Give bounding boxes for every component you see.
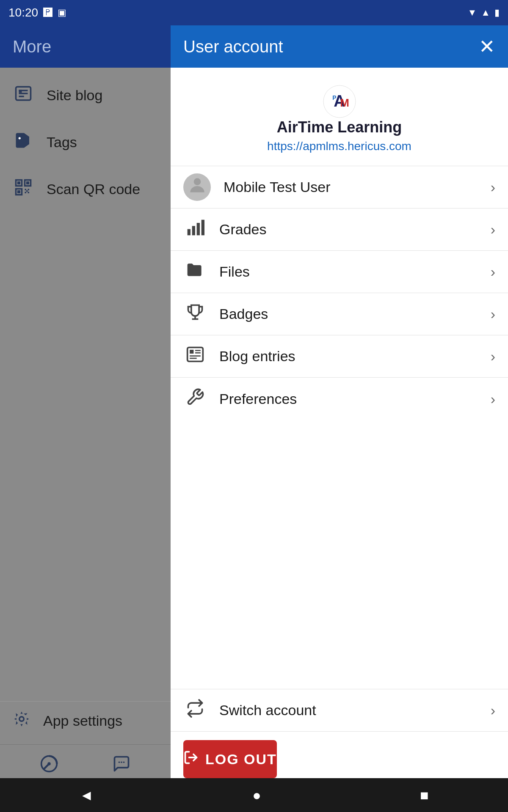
svg-rect-36 <box>190 350 193 354</box>
brand-section: A M P AirTime Learning https://apmlms.he… <box>171 68 508 166</box>
app-settings-label: App settings <box>43 713 122 729</box>
account-menu-list: Mobile Test User › Grades › <box>171 166 508 689</box>
more-title: More <box>13 37 51 56</box>
svg-rect-15 <box>28 192 30 194</box>
grades-chevron-icon: › <box>491 221 495 238</box>
blog-entries-label: Blog entries <box>219 348 478 365</box>
recent-button[interactable]: ■ <box>420 787 429 804</box>
user-profile-item[interactable]: Mobile Test User › <box>171 166 508 208</box>
blog-icon <box>183 345 207 368</box>
badges-chevron-icon: › <box>491 306 495 322</box>
svg-point-17 <box>19 717 24 721</box>
left-menu: Site blog Tags <box>0 68 171 701</box>
files-chevron-icon: › <box>491 263 495 280</box>
menu-item-tags[interactable]: Tags <box>0 119 171 166</box>
svg-rect-4 <box>19 90 22 93</box>
bottom-section: Switch account › LOG OUT <box>171 689 508 787</box>
app-settings-item[interactable]: App settings <box>0 701 171 744</box>
avatar-icon <box>187 175 208 200</box>
svg-rect-32 <box>201 220 204 236</box>
user-account-title: User account <box>183 37 283 56</box>
home-button[interactable]: ● <box>252 787 261 804</box>
files-item[interactable]: Files › <box>171 251 508 293</box>
close-button[interactable]: ✕ <box>479 35 495 58</box>
svg-text:P: P <box>332 94 336 101</box>
switch-account-label: Switch account <box>219 702 478 719</box>
svg-point-22 <box>121 762 122 763</box>
badges-item[interactable]: Badges › <box>171 293 508 335</box>
preferences-label: Preferences <box>219 391 478 407</box>
folder-icon <box>183 261 207 283</box>
left-header: More <box>0 25 171 68</box>
dashboard-icon[interactable] <box>40 754 58 777</box>
right-panel: User account ✕ A M P AirTime Learning ht… <box>171 25 508 787</box>
brand-url[interactable]: https://apmlms.hericus.com <box>267 140 411 153</box>
svg-point-20 <box>47 762 50 765</box>
menu-item-site-blog[interactable]: Site blog <box>0 72 171 119</box>
blog-entries-item[interactable]: Blog entries › <box>171 335 508 378</box>
trophy-icon <box>183 303 207 325</box>
time-display: 10:20 <box>8 6 38 19</box>
wrench-icon <box>183 388 207 410</box>
badges-label: Badges <box>219 306 478 322</box>
svg-rect-12 <box>25 189 27 191</box>
left-panel: More Site blog Tags <box>0 25 171 787</box>
grades-icon <box>183 218 207 241</box>
news-icon <box>13 85 34 106</box>
svg-rect-9 <box>26 181 29 184</box>
tags-label: Tags <box>47 134 77 151</box>
sim-icon: ▣ <box>58 7 66 18</box>
back-button[interactable]: ◄ <box>80 787 94 804</box>
logout-label: LOG OUT <box>205 751 277 768</box>
grades-label: Grades <box>219 221 478 238</box>
avatar <box>183 173 211 201</box>
svg-point-28 <box>193 178 201 185</box>
wifi-icon: ▼ <box>467 7 477 18</box>
grades-item[interactable]: Grades › <box>171 208 508 251</box>
status-right: ▼ ▲ ▮ <box>467 7 500 18</box>
files-label: Files <box>219 263 478 280</box>
brand-logo: A M P <box>323 85 356 118</box>
svg-rect-13 <box>28 189 30 191</box>
switch-chevron-icon: › <box>491 702 495 719</box>
svg-rect-30 <box>192 226 195 235</box>
user-account-header: User account ✕ <box>171 25 508 68</box>
svg-rect-29 <box>187 229 190 236</box>
logout-button[interactable]: LOG OUT <box>183 740 277 778</box>
svg-point-23 <box>123 762 125 763</box>
switch-account-item[interactable]: Switch account › <box>171 689 508 732</box>
user-chevron-icon: › <box>491 179 495 195</box>
svg-point-21 <box>119 762 120 763</box>
preferences-chevron-icon: › <box>491 391 495 407</box>
svg-rect-35 <box>187 348 203 362</box>
chat-icon[interactable] <box>112 754 131 777</box>
svg-rect-31 <box>196 223 199 235</box>
svg-rect-16 <box>26 190 28 192</box>
svg-text:M: M <box>340 96 349 109</box>
scan-qr-label: Scan QR code <box>47 181 140 198</box>
blog-entries-chevron-icon: › <box>491 348 495 365</box>
settings-icon <box>13 710 30 732</box>
status-bar: 10:20 🅿 ▣ ▼ ▲ ▮ <box>0 0 508 25</box>
tag-icon <box>13 132 34 153</box>
site-blog-label: Site blog <box>47 87 102 104</box>
brand-name: AirTime Learning <box>277 118 402 136</box>
svg-rect-14 <box>25 192 27 194</box>
battery-icon: ▮ <box>494 7 500 18</box>
svg-rect-7 <box>17 181 20 184</box>
preferences-item[interactable]: Preferences › <box>171 378 508 420</box>
svg-point-5 <box>19 137 21 139</box>
menu-item-scan-qr[interactable]: Scan QR code <box>0 166 171 213</box>
switch-icon <box>183 699 207 721</box>
system-nav: ◄ ● ■ <box>0 778 508 812</box>
user-name-label: Mobile Test User <box>224 179 478 195</box>
pocket-icon: 🅿 <box>43 7 52 18</box>
svg-rect-11 <box>17 190 20 193</box>
qr-icon <box>13 178 34 200</box>
logout-icon <box>183 750 199 768</box>
status-left: 10:20 🅿 ▣ <box>8 6 66 19</box>
signal-icon: ▲ <box>481 7 490 18</box>
